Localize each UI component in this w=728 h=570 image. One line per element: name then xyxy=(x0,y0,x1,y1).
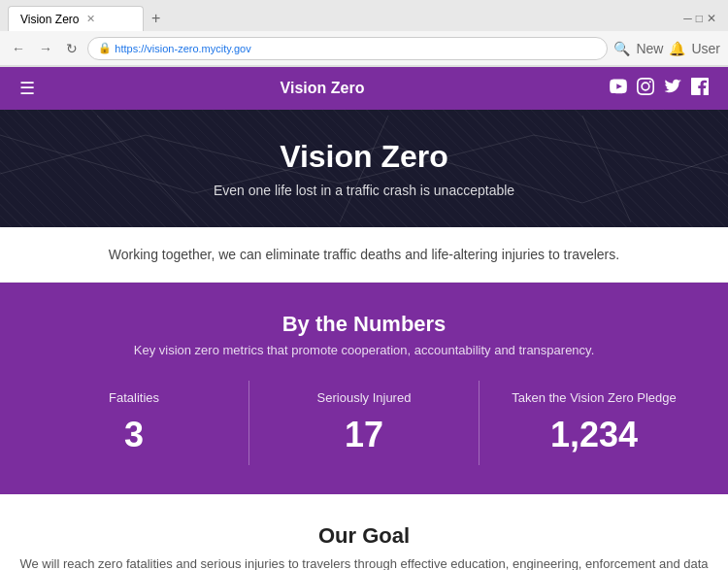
facebook-icon[interactable] xyxy=(691,78,709,99)
active-tab[interactable]: Vision Zero ✕ xyxy=(8,6,144,31)
numbers-section: By the Numbers Key vision zero metrics t… xyxy=(0,283,728,494)
site-nav: ☰ Vision Zero xyxy=(0,67,728,110)
site-wrapper: ☰ Vision Zero Vision Zero Even one life … xyxy=(0,67,728,570)
hero-section: Vision Zero Even one life lost in a traf… xyxy=(0,110,728,227)
injured-value: 17 xyxy=(269,415,459,455)
pledge-value: 1,234 xyxy=(499,415,689,455)
injured-label: Seriously Injured xyxy=(269,390,459,405)
notifications-button[interactable]: 🔔 xyxy=(669,41,685,56)
tab-close-button[interactable]: ✕ xyxy=(86,13,95,25)
youtube-icon[interactable] xyxy=(610,78,627,99)
new-button[interactable]: New xyxy=(636,41,663,56)
numbers-grid: Fatalities 3 Seriously Injured 17 Taken … xyxy=(19,381,709,465)
browser-controls: ← → ↻ 🔒 https://vision-zero.mycity.gov 🔍… xyxy=(0,31,728,66)
number-fatalities: Fatalities 3 xyxy=(19,381,249,465)
twitter-icon[interactable] xyxy=(664,78,681,99)
address-bar[interactable]: 🔒 https://vision-zero.mycity.gov xyxy=(87,37,608,60)
instagram-icon[interactable] xyxy=(637,78,654,99)
goal-subtitle: We will reach zero fatalities and seriou… xyxy=(19,556,709,570)
browser-chrome: Vision Zero ✕ + ─ □ ✕ ← → ↻ 🔒 https://vi… xyxy=(0,0,728,67)
tagline-text: Working together, we can eliminate traff… xyxy=(19,247,709,262)
numbers-title: By the Numbers xyxy=(19,312,709,337)
social-icons xyxy=(610,78,709,99)
site-nav-title: Vision Zero xyxy=(281,80,365,97)
goal-section: Our Goal We will reach zero fatalities a… xyxy=(0,494,728,570)
hero-subtitle: Even one life lost in a traffic crash is… xyxy=(214,183,514,198)
user-button[interactable]: User xyxy=(691,41,720,56)
hamburger-menu[interactable]: ☰ xyxy=(19,78,35,99)
search-button[interactable]: 🔍 xyxy=(613,41,630,56)
number-pledge: Taken the Vision Zero Pledge 1,234 xyxy=(480,381,709,465)
maximize-button[interactable]: □ xyxy=(696,12,703,25)
refresh-button[interactable]: ↻ xyxy=(62,39,82,58)
close-window-button[interactable]: ✕ xyxy=(707,12,716,25)
new-tab-button[interactable]: + xyxy=(144,6,168,31)
minimize-button[interactable]: ─ xyxy=(683,12,692,25)
goal-title: Our Goal xyxy=(19,523,709,549)
tagline-section: Working together, we can eliminate traff… xyxy=(0,227,728,283)
forward-button[interactable]: → xyxy=(35,39,56,58)
browser-actions: 🔍 New 🔔 User xyxy=(613,41,720,56)
hero-title: Vision Zero xyxy=(280,139,448,175)
fatalities-value: 3 xyxy=(39,415,229,455)
pledge-label: Taken the Vision Zero Pledge xyxy=(499,390,689,405)
number-injured: Seriously Injured 17 xyxy=(249,381,480,465)
tab-title: Vision Zero xyxy=(20,13,79,26)
fatalities-label: Fatalities xyxy=(39,390,229,405)
tab-bar: Vision Zero ✕ + ─ □ ✕ xyxy=(0,0,728,31)
back-button[interactable]: ← xyxy=(8,39,29,58)
numbers-subtitle: Key vision zero metrics that promote coo… xyxy=(19,343,709,357)
